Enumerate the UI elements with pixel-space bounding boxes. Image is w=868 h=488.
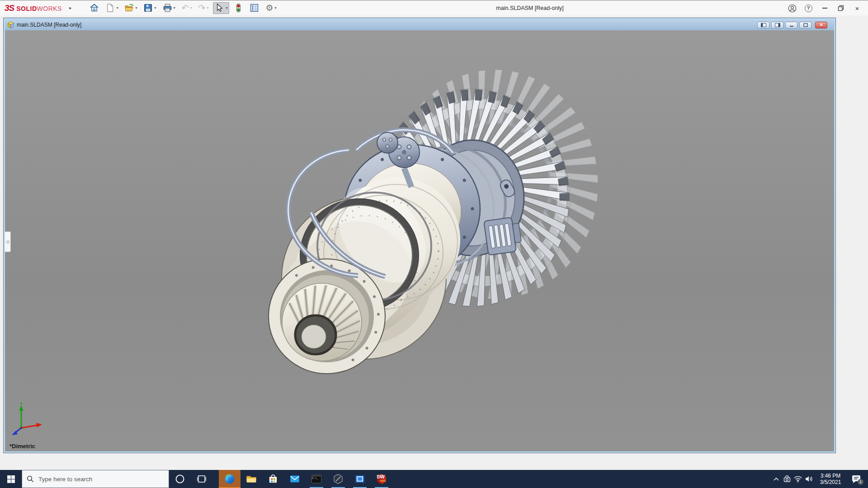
help-button[interactable]: ? — [800, 0, 816, 16]
document-restore-icon — [803, 23, 808, 27]
handle-dot-icon — [6, 240, 9, 244]
taskbar-app-terminal[interactable]: C:\_ — [306, 470, 327, 488]
media-player-icon — [354, 473, 366, 485]
menu-expand-arrow-icon[interactable]: ▸ — [69, 5, 72, 11]
account-button[interactable] — [784, 0, 800, 16]
restore-icon — [838, 5, 844, 11]
open-button[interactable]: ▾ — [123, 2, 139, 14]
start-button[interactable] — [0, 470, 22, 488]
wifi-icon — [793, 475, 802, 483]
taskbar-app-edge[interactable] — [219, 470, 241, 488]
undo-button[interactable]: ↶▾ — [180, 2, 194, 14]
app-window-title: main.SLDASM [Read-only] — [462, 0, 598, 16]
new-document-button[interactable]: ▾ — [104, 2, 120, 14]
xpress-products-icon — [234, 3, 243, 13]
tray-overflow-button[interactable] — [771, 470, 782, 488]
taskbar-clock[interactable]: 3:46 PM 3/5/2021 — [816, 473, 845, 485]
meet-now-button[interactable] — [782, 470, 793, 488]
dropdown-caret-icon[interactable]: ▾ — [135, 6, 137, 10]
cortana-button[interactable] — [169, 470, 191, 488]
dropdown-caret-icon[interactable]: ▾ — [226, 6, 227, 10]
app-window-controls: ? × — [784, 0, 865, 16]
view-orientation-label: *Dimetric — [9, 443, 35, 450]
dropdown-caret-icon[interactable]: ▾ — [174, 6, 175, 10]
solidworks-logo-bold: SOLID — [16, 5, 37, 12]
solidworks-logo-mark: 3S — [5, 3, 14, 13]
minimize-button[interactable] — [816, 0, 833, 16]
minimize-icon — [822, 8, 827, 9]
xpress-products-button[interactable] — [232, 2, 245, 14]
dropdown-caret-icon[interactable]: ▾ — [116, 6, 118, 10]
chevron-up-icon — [773, 477, 779, 481]
help-icon: ? — [805, 5, 812, 12]
app-titlebar: 3S SOLID WORKS ▸ ▾▾▾▾↶▾↷▾▾⚙▾ main.SLDASM… — [0, 0, 868, 15]
dev-tool-icon — [332, 473, 344, 485]
taskbar-app-dev-tool[interactable] — [327, 470, 349, 488]
dropdown-caret-icon[interactable]: ▾ — [207, 6, 208, 10]
clock-date: 3/5/2021 — [816, 479, 845, 485]
taskbar-app-file-explorer[interactable] — [241, 470, 262, 488]
network-button[interactable] — [793, 470, 803, 488]
dropdown-caret-icon[interactable]: ▾ — [190, 6, 192, 10]
task-view-icon — [197, 474, 206, 483]
save-button[interactable]: ▾ — [142, 2, 158, 14]
volume-button[interactable] — [803, 470, 814, 488]
right-pane-icon — [775, 23, 780, 27]
document-close-icon: ✕ — [819, 23, 823, 28]
home-button[interactable] — [88, 2, 101, 14]
file-properties-icon — [250, 3, 259, 13]
solidworks-logo: 3S SOLID WORKS — [0, 3, 62, 13]
options-button[interactable]: ⚙▾ — [264, 2, 278, 14]
document-close-button[interactable]: ✕ — [815, 22, 827, 28]
store-icon — [267, 473, 279, 485]
notification-count-badge: 1 — [858, 479, 863, 485]
app-client-area: main.SLDASM [Read-only] — [0, 15, 868, 470]
triad-axes-icon — [11, 401, 44, 436]
options-icon: ⚙ — [265, 3, 273, 13]
collapse-right-pane-button[interactable] — [771, 22, 783, 28]
meet-now-icon — [783, 475, 791, 483]
document-window-controls: ✕ — [755, 22, 827, 28]
document-title: main.SLDASM [Read-only] — [17, 22, 755, 28]
system-tray: 3:46 PM 3/5/2021 1 — [771, 470, 868, 488]
account-icon — [788, 4, 797, 13]
clock-time: 3:46 PM — [816, 473, 845, 479]
desktop-screen: 3S SOLID WORKS ▸ ▾▾▾▾↶▾↷▾▾⚙▾ main.SLDASM… — [0, 0, 868, 488]
open-icon — [124, 3, 134, 13]
taskbar-app-media-player[interactable] — [349, 470, 371, 488]
dropdown-caret-icon[interactable]: ▾ — [274, 6, 276, 10]
print-button[interactable]: ▾ — [161, 2, 177, 14]
search-input[interactable] — [38, 476, 151, 483]
select-icon — [215, 3, 224, 13]
document-restore-button[interactable] — [799, 22, 811, 28]
redo-button[interactable]: ↷▾ — [196, 2, 210, 14]
windows-taskbar: C:\_SW2021 — [0, 470, 868, 488]
document-titlebar[interactable]: main.SLDASM [Read-only] — [5, 19, 834, 30]
task-view-button[interactable] — [191, 470, 212, 488]
file-properties-button[interactable] — [248, 2, 261, 14]
solidworks-icon — [376, 473, 387, 485]
featuremanager-collapse-handle[interactable] — [5, 231, 11, 252]
graphics-viewport[interactable]: *Dimetric — [5, 30, 834, 451]
assembly-document-icon — [7, 21, 14, 28]
document-minimize-button[interactable] — [785, 22, 797, 28]
taskbar-app-solidworks[interactable]: SW2021 — [371, 470, 392, 488]
close-icon: × — [855, 5, 859, 12]
collapse-left-pane-button[interactable] — [757, 22, 769, 28]
home-icon — [90, 3, 99, 13]
taskbar-app-mail[interactable] — [284, 470, 306, 488]
taskbar-search[interactable] — [22, 470, 169, 488]
select-button[interactable]: ▾ — [213, 2, 229, 14]
engine-3d-model[interactable] — [5, 30, 834, 451]
orientation-triad — [11, 401, 44, 438]
action-center-button[interactable]: 1 — [847, 470, 866, 488]
dropdown-caret-icon[interactable]: ▾ — [154, 6, 156, 10]
search-icon — [27, 475, 34, 483]
restore-button[interactable] — [833, 0, 849, 16]
close-button[interactable]: × — [849, 0, 865, 16]
file-explorer-icon — [245, 473, 257, 485]
new-document-icon — [105, 3, 115, 13]
undo-icon: ↶ — [182, 3, 189, 13]
cortana-icon — [175, 474, 185, 484]
taskbar-app-store[interactable] — [262, 470, 284, 488]
